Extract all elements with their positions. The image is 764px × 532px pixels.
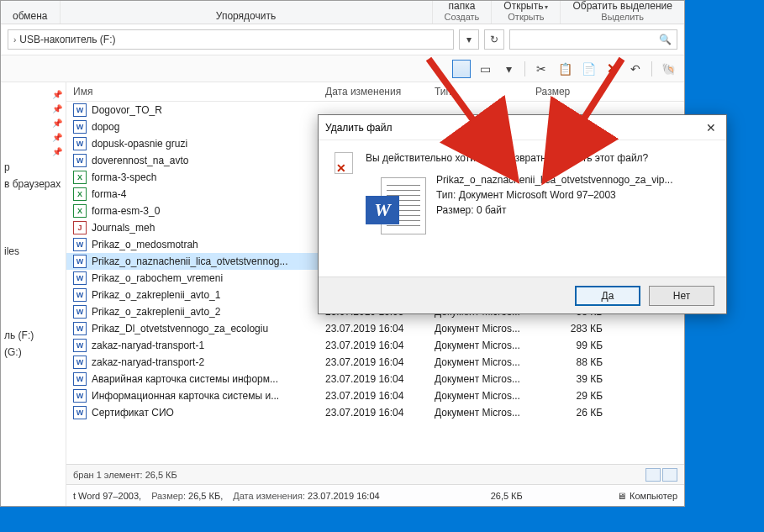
detail-type: t Word 97–2003, [73, 491, 141, 501]
detail-computer: 🖥Компьютер [617, 491, 677, 501]
file-icon: W [73, 288, 87, 302]
yes-button[interactable]: Да [575, 286, 640, 306]
ribbon-group-organize[interactable]: Упорядочить [61, 1, 433, 24]
file-row[interactable]: WPrikaz_Dl_otvetstvennogo_za_ecologiu23.… [66, 320, 684, 337]
sidebar-item[interactable]: р [3, 159, 64, 176]
col-size[interactable]: Размер [535, 86, 603, 97]
column-headers[interactable]: Имя Дата изменения Тип Размер [66, 82, 684, 102]
view-details-button[interactable] [645, 468, 661, 482]
word-file-icon: W [366, 172, 426, 238]
file-row[interactable]: Wzakaz-naryad-transport-123.07.2019 16:0… [66, 337, 684, 354]
sidebar-item[interactable]: ль (F:) [3, 327, 64, 344]
ribbon-group-open[interactable]: Открыть▾ Открыть [492, 1, 561, 24]
dialog-buttons: Да Нет [319, 277, 726, 313]
dialog-title: Удалить файл [325, 122, 392, 134]
file-name: Prikaz_o_zakreplenii_avto_2 [92, 306, 220, 318]
file-name: Prikaz_o_rabochem_vremeni [92, 272, 223, 284]
view-icons-button[interactable] [662, 468, 677, 482]
chevron-right-icon: › [13, 35, 16, 45]
undo-button[interactable]: ↶ [626, 60, 645, 78]
file-name: forma-3-spech [92, 171, 156, 183]
address-path: USB-накопитель (F:) [19, 34, 115, 45]
col-type[interactable]: Тип [435, 86, 535, 97]
file-icon: W [73, 120, 87, 134]
sidebar-item[interactable]: 📌 [3, 116, 64, 130]
col-name[interactable]: Имя [73, 86, 325, 97]
ribbon-group-clipboard[interactable]: обмена [1, 1, 61, 24]
file-size: 29 КБ [535, 390, 603, 402]
copy-icon: 📋 [558, 62, 572, 76]
file-row[interactable]: WАварийная карточка системы информ...23.… [66, 371, 684, 387]
file-name: Journals_meh [92, 222, 155, 234]
file-icon: W [73, 238, 87, 251]
details-bar: t Word 97–2003, Размер: 26,5 КБ, Дата из… [66, 484, 684, 506]
file-size: 88 КБ [535, 356, 603, 368]
selection-status: бран 1 элемент: 26,5 КБ [73, 470, 177, 480]
dialog-file-meta: Prikaz_o_naznachenii_lica_otvetstvennogo… [436, 172, 673, 218]
file-row[interactable]: WСертификат СИО23.07.2019 16:04Документ … [66, 404, 684, 421]
dialog-titlebar[interactable]: Удалить файл ✕ [319, 115, 726, 140]
search-input[interactable]: 🔍 [509, 29, 677, 50]
sidebar-item[interactable]: 📌 [3, 130, 64, 145]
file-name: Prikaz_o_zakreplenii_avto_1 [92, 289, 220, 301]
file-size: 39 КБ [535, 373, 603, 385]
delete-file-icon [332, 152, 356, 265]
no-button[interactable]: Нет [649, 286, 714, 306]
file-name: Prikaz_o_medosmotrah [92, 239, 198, 250]
shell-icon: 🐚 [661, 62, 676, 76]
copy-button[interactable]: 📋 [556, 60, 574, 78]
col-date[interactable]: Дата изменения [325, 86, 435, 97]
ribbon-group-new[interactable]: папка Создать [433, 1, 493, 24]
preview-pane-button[interactable] [452, 60, 471, 78]
file-name: Prikaz_Dl_otvetstvennogo_za_ecologiu [92, 323, 268, 334]
file-type: Документ Micros... [435, 373, 535, 385]
file-name: Аварийная карточка системы информ... [92, 373, 278, 385]
sidebar-item[interactable]: iles [3, 243, 64, 260]
delete-x-icon: ✕ [607, 61, 618, 76]
file-name: Информационная карточка системы и... [92, 390, 279, 402]
dialog-filename: Prikaz_o_naznachenii_lica_otvetstvennogo… [436, 172, 673, 187]
file-row[interactable]: Wzakaz-naryad-transport-223.07.2019 16:0… [66, 354, 684, 371]
file-name: forma-esm-3_0 [92, 205, 160, 217]
file-icon: W [73, 103, 87, 117]
file-icon: W [73, 406, 87, 419]
chevron-down-icon: ▾ [466, 34, 472, 45]
status-bar: бран 1 элемент: 26,5 КБ [66, 464, 684, 484]
file-date: 23.07.2019 16:04 [325, 373, 435, 385]
refresh-button[interactable]: ↻ [484, 29, 504, 50]
file-name: Dogovor_TO_R [92, 104, 162, 116]
sidebar-item[interactable]: 📌 [3, 102, 64, 116]
dialog-body: Вы действительно хотите безвозвратно уда… [319, 140, 726, 277]
sidebar-item[interactable]: в браузерах [3, 176, 64, 192]
file-size: 26 КБ [535, 407, 603, 419]
details-pane-button[interactable]: ▭ [476, 60, 494, 78]
close-button[interactable]: ✕ [703, 121, 719, 134]
file-name: zakaz-naryad-transport-2 [92, 356, 204, 368]
file-type: Документ Micros... [435, 356, 535, 368]
cut-button[interactable]: ✂ [532, 60, 551, 78]
file-date: 23.07.2019 16:04 [325, 407, 435, 419]
file-row[interactable]: WИнформационная карточка системы и...23.… [66, 387, 684, 404]
sidebar-item[interactable]: 📌 [3, 145, 64, 159]
file-name: zakaz-naryad-transport-1 [92, 340, 204, 351]
extra-tool-button[interactable]: 🐚 [659, 60, 677, 78]
file-date: 23.07.2019 16:04 [325, 356, 435, 368]
undo-icon: ↶ [630, 62, 640, 76]
file-icon: W [73, 389, 87, 403]
pin-icon: 📌 [52, 90, 62, 99]
file-size: 283 КБ [535, 323, 603, 334]
file-type: Документ Micros... [435, 340, 535, 351]
dropdown-button[interactable]: ▾ [459, 29, 479, 50]
ribbon-group-select[interactable]: Обратить выделение Выделить [561, 1, 684, 24]
sidebar-item[interactable]: (G:) [3, 344, 64, 361]
file-name: Сертификат СИО [92, 407, 174, 419]
chevron-down-icon[interactable]: ▾ [499, 60, 518, 78]
file-date: 23.07.2019 16:04 [325, 340, 435, 351]
paste-button[interactable]: 📄 [579, 60, 598, 78]
sidebar-item[interactable]: 📌 [3, 87, 64, 102]
address-bar[interactable]: › USB-накопитель (F:) [8, 29, 454, 50]
dialog-question: Вы действительно хотите безвозвратно уда… [366, 152, 713, 164]
nav-sidebar[interactable]: 📌 📌 📌 📌 📌 р в браузерах iles ль (F:) (G:… [1, 82, 66, 506]
delete-button[interactable]: ✕ [603, 60, 621, 78]
ribbon: обмена Упорядочить папка Создать Открыть… [1, 1, 684, 24]
